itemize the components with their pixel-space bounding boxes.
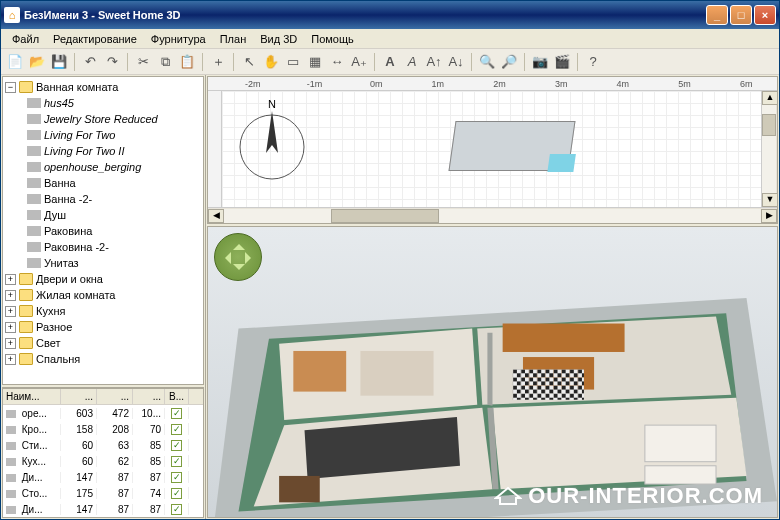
video-icon[interactable]: 🎬 [552, 52, 572, 72]
scroll-left-icon[interactable]: ◀ [208, 209, 224, 223]
scroll-up-icon[interactable]: ▲ [762, 91, 778, 105]
plan-mini-model [448, 121, 575, 171]
scroll-down-icon[interactable]: ▼ [762, 193, 778, 207]
copy-icon[interactable]: ⧉ [155, 52, 175, 72]
visible-checkbox[interactable]: ✓ [171, 488, 182, 499]
furniture-table[interactable]: Наим... ... ... ... В... оре...60347210.… [2, 387, 204, 518]
col-visible[interactable]: В... [165, 389, 189, 404]
table-row[interactable]: Ди...1478787✓ [3, 501, 203, 517]
menu-file[interactable]: Файл [5, 31, 46, 47]
tree-item[interactable]: Ванна [44, 177, 76, 189]
menu-plan[interactable]: План [213, 31, 254, 47]
tree-item[interactable]: Living For Two II [44, 145, 125, 157]
col-b[interactable]: ... [97, 389, 133, 404]
tree-item[interactable]: openhouse_berging [44, 161, 141, 173]
zoom-in-icon[interactable]: 🔍 [477, 52, 497, 72]
visible-checkbox[interactable]: ✓ [171, 504, 182, 515]
plan-canvas[interactable]: N [222, 91, 777, 207]
add-furniture-icon[interactable]: ＋ [208, 52, 228, 72]
wall-icon[interactable]: ▭ [283, 52, 303, 72]
tree-item[interactable]: Унитаз [44, 257, 79, 269]
visible-checkbox[interactable]: ✓ [171, 472, 182, 483]
maximize-button[interactable]: □ [730, 5, 752, 25]
save-icon[interactable]: 💾 [49, 52, 69, 72]
tree-item[interactable]: Раковина [44, 225, 92, 237]
item-icon [27, 114, 41, 124]
tree-item[interactable]: Ванна -2- [44, 193, 92, 205]
expand-icon[interactable]: + [5, 274, 16, 285]
room-icon[interactable]: ▦ [305, 52, 325, 72]
menu-help[interactable]: Помощь [304, 31, 361, 47]
tree-folder[interactable]: Свет [36, 337, 60, 349]
open-icon[interactable]: 📂 [27, 52, 47, 72]
zoom-out-icon[interactable]: 🔎 [499, 52, 519, 72]
dimension-icon[interactable]: ↔ [327, 52, 347, 72]
scroll-right-icon[interactable]: ▶ [761, 209, 777, 223]
svg-rect-13 [293, 351, 346, 392]
table-row[interactable]: Сти...606385✓ [3, 437, 203, 453]
tree-root[interactable]: Ванная комната [36, 81, 118, 93]
increase-icon[interactable]: A↑ [424, 52, 444, 72]
visible-checkbox[interactable]: ✓ [171, 456, 182, 467]
tree-item[interactable]: hus45 [44, 97, 74, 109]
catalog-tree[interactable]: −Ванная комната hus45Jewelry Store Reduc… [2, 76, 204, 385]
col-a[interactable]: ... [61, 389, 97, 404]
menubar: Файл Редактирование Фурнитура План Вид 3… [1, 29, 779, 49]
scroll-thumb[interactable] [331, 209, 438, 223]
select-icon[interactable]: ↖ [239, 52, 259, 72]
table-row[interactable]: Кух...606285✓ [3, 453, 203, 469]
table-row[interactable]: Сто...1758774✓ [3, 485, 203, 501]
expand-icon[interactable]: + [5, 338, 16, 349]
tree-item[interactable]: Living For Two [44, 129, 115, 141]
cut-icon[interactable]: ✂ [133, 52, 153, 72]
expand-icon[interactable]: + [5, 290, 16, 301]
tree-folder[interactable]: Спальня [36, 353, 80, 365]
scroll-thumb[interactable] [762, 114, 776, 136]
tree-folder[interactable]: Разное [36, 321, 72, 333]
expand-icon[interactable]: + [5, 354, 16, 365]
text-icon[interactable]: A₊ [349, 52, 369, 72]
tree-folder[interactable]: Жилая комната [36, 289, 115, 301]
menu-3dview[interactable]: Вид 3D [253, 31, 304, 47]
col-name[interactable]: Наим... [3, 389, 61, 404]
expand-icon[interactable]: + [5, 306, 16, 317]
tree-folder[interactable]: Двери и окна [36, 273, 103, 285]
tree-item[interactable]: Раковина -2- [44, 241, 109, 253]
photo-icon[interactable]: 📷 [530, 52, 550, 72]
menu-edit[interactable]: Редактирование [46, 31, 144, 47]
table-row[interactable]: оре...60347210...✓ [3, 405, 203, 421]
svg-rect-11 [645, 425, 716, 462]
pan-icon[interactable]: ✋ [261, 52, 281, 72]
item-icon [27, 258, 41, 268]
svg-rect-9 [503, 324, 625, 352]
undo-icon[interactable]: ↶ [80, 52, 100, 72]
tree-folder[interactable]: Кухня [36, 305, 65, 317]
folder-icon [19, 353, 33, 365]
new-icon[interactable]: 📄 [5, 52, 25, 72]
3d-view[interactable]: OUR-INTERIOR.COM [207, 226, 778, 518]
menu-furniture[interactable]: Фурнитура [144, 31, 213, 47]
visible-checkbox[interactable]: ✓ [171, 408, 182, 419]
expand-icon[interactable]: + [5, 322, 16, 333]
collapse-icon[interactable]: − [5, 82, 16, 93]
close-button[interactable]: × [754, 5, 776, 25]
plan-scroll-horizontal[interactable]: ◀ ▶ [208, 207, 777, 223]
decrease-icon[interactable]: A↓ [446, 52, 466, 72]
col-c[interactable]: ... [133, 389, 165, 404]
textstyle2-icon[interactable]: A [402, 52, 422, 72]
visible-checkbox[interactable]: ✓ [171, 440, 182, 451]
paste-icon[interactable]: 📋 [177, 52, 197, 72]
visible-checkbox[interactable]: ✓ [171, 424, 182, 435]
redo-icon[interactable]: ↷ [102, 52, 122, 72]
svg-text:N: N [268, 98, 276, 110]
table-row[interactable]: Ди...1478787✓ [3, 469, 203, 485]
tree-item[interactable]: Jewelry Store Reduced [44, 113, 158, 125]
minimize-button[interactable]: _ [706, 5, 728, 25]
textstyle1-icon[interactable]: A [380, 52, 400, 72]
plan-view[interactable]: -2m-1m0m1m2m3m4m5m6m N ▲ ▼ [207, 76, 778, 224]
table-row[interactable]: Кро...15820870✓ [3, 421, 203, 437]
plan-scroll-vertical[interactable]: ▲ ▼ [761, 91, 777, 207]
svg-marker-16 [487, 333, 492, 406]
tree-item[interactable]: Душ [44, 209, 66, 221]
help-icon[interactable]: ? [583, 52, 603, 72]
